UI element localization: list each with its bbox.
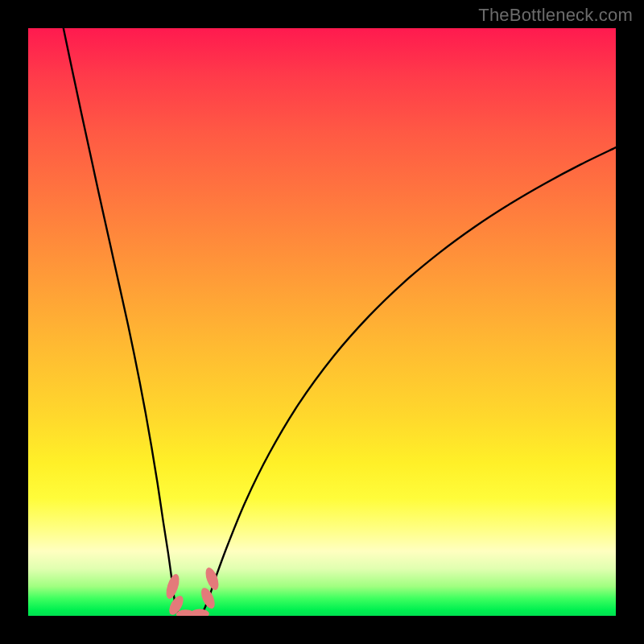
marker-floor-right xyxy=(190,609,208,616)
chart-frame: TheBottleneck.com xyxy=(0,0,644,644)
curve-layer xyxy=(28,28,616,616)
bottleneck-curve xyxy=(64,28,616,616)
watermark-text: TheBottleneck.com xyxy=(478,5,633,26)
valley-markers xyxy=(163,566,221,616)
plot-area xyxy=(28,28,616,616)
